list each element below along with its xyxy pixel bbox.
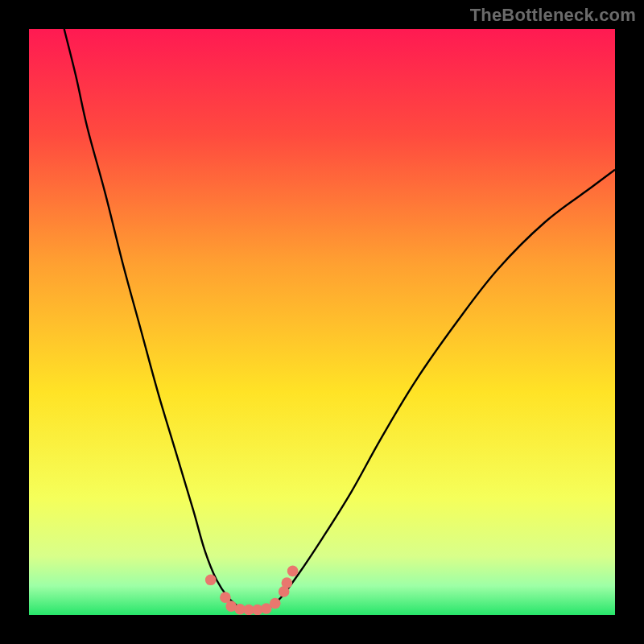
chart-frame [29,29,615,615]
chart-plot [29,29,615,615]
dot [282,577,293,588]
sunset-gradient [29,29,615,615]
dot [205,575,217,586]
dot [270,598,281,609]
dot [287,566,299,577]
watermark-text: TheBottleneck.com [470,5,636,26]
